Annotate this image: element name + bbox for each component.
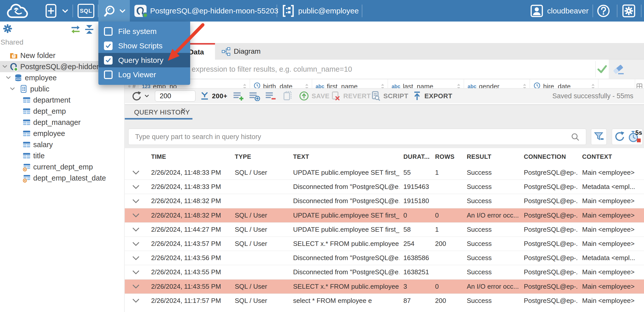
expand-chevron-icon[interactable] xyxy=(125,284,147,289)
tree-item-dept-manager[interactable]: dept_manager xyxy=(0,117,124,128)
filter-expression-input[interactable] xyxy=(125,60,609,79)
qh-header-type[interactable]: TYPE xyxy=(231,153,289,160)
query-history-filter-button[interactable] xyxy=(591,129,607,145)
tree-item-title[interactable]: title xyxy=(0,150,124,161)
sort-icon[interactable] xyxy=(242,83,247,88)
grid-column-last_name[interactable]: abclast_name xyxy=(388,79,464,88)
expand-chevron-icon[interactable] xyxy=(125,170,147,175)
qh-header-durat[interactable]: DURAT... xyxy=(399,153,431,160)
copy-result-button[interactable] xyxy=(282,88,293,104)
qh-header-text[interactable]: TEXT xyxy=(289,153,399,160)
grid-settings-icon[interactable] xyxy=(635,79,644,88)
close-icon[interactable]: ✕ xyxy=(181,106,186,114)
duplicate-row-button[interactable] xyxy=(249,88,260,104)
query-history-row[interactable]: 2/26/2024, 11:43:57 PMSQL / UserSELECT x… xyxy=(125,237,644,251)
menu-item-show-scripts[interactable]: Show Scripts xyxy=(98,38,190,53)
qh-header-context[interactable]: CONTEXT xyxy=(578,153,644,160)
script-button[interactable]: SCRIPT xyxy=(370,88,408,104)
grid-column-birth_date[interactable]: birth_date xyxy=(250,79,312,88)
chevron-down-icon[interactable] xyxy=(6,76,11,80)
query-history-search-input[interactable] xyxy=(129,129,566,145)
sql-editor-button[interactable]: SQL xyxy=(78,0,94,22)
qh-cell-time: 2/26/2024, 11:44:27 PM xyxy=(147,226,231,233)
query-history-refresh-button[interactable] xyxy=(614,130,625,143)
query-history-row[interactable]: 2/26/2024, 11:48:33 PMDisconnected from … xyxy=(125,180,644,194)
chevron-down-icon[interactable] xyxy=(10,87,15,91)
qh-header-connection[interactable]: CONNECTION xyxy=(520,153,578,160)
qh-header-rows[interactable]: ROWS xyxy=(431,153,463,160)
export-button[interactable]: EXPORT xyxy=(412,88,452,104)
user-menu-button[interactable]: cloudbeaver xyxy=(530,0,588,22)
expand-chevron-icon[interactable] xyxy=(125,242,147,246)
checkbox-icon[interactable] xyxy=(104,70,113,79)
row-limit-input[interactable] xyxy=(155,90,195,102)
tools-menu-button[interactable] xyxy=(98,0,130,22)
add-row-button[interactable] xyxy=(233,88,244,104)
tree-item-employee[interactable]: employee xyxy=(0,128,124,139)
menu-item-label: Log Viewer xyxy=(118,70,156,79)
expand-chevron-icon[interactable] xyxy=(125,256,147,260)
sync-connection-button[interactable] xyxy=(70,25,81,35)
qh-header-result[interactable]: RESULT xyxy=(463,153,520,160)
schema-selector[interactable]: public@employee xyxy=(282,0,359,22)
settings-button[interactable] xyxy=(622,0,636,22)
fetch-more-button[interactable]: 200+ xyxy=(200,88,227,104)
sort-icon[interactable] xyxy=(522,83,527,88)
query-history-row[interactable]: 2/26/2024, 11:44:27 PMSQL / UserUPDATE p… xyxy=(125,222,644,237)
delete-row-button[interactable] xyxy=(265,88,276,104)
query-history-row[interactable]: 2/26/2024, 11:48:32 PMDisconnected from … xyxy=(125,194,644,208)
expand-chevron-icon[interactable] xyxy=(125,298,147,303)
collapse-all-button[interactable] xyxy=(84,25,94,35)
expand-chevron-icon[interactable] xyxy=(125,185,147,189)
help-button[interactable] xyxy=(596,0,611,22)
grid-column-hire_date[interactable]: hire_date xyxy=(530,79,598,88)
sidebar-settings-button[interactable] xyxy=(3,24,13,35)
sort-icon[interactable] xyxy=(380,83,385,88)
query-history-row[interactable]: 2/26/2024, 11:48:32 PMSQL / UserUPDATE p… xyxy=(125,208,644,222)
sort-icon[interactable] xyxy=(591,83,596,88)
qh-header-time[interactable]: TIME xyxy=(147,153,231,160)
tree-item-dept-emp[interactable]: dept_emp xyxy=(0,106,124,117)
query-history-row[interactable]: 2/26/2024, 11:43:55 PMSQL / UserSELECT x… xyxy=(125,279,644,294)
tree-item-current-dept-emp[interactable]: current_dept_emp xyxy=(0,161,124,172)
checkbox-checked-icon[interactable] xyxy=(104,42,113,50)
query-history-row[interactable]: 2/26/2024, 11:43:56 PMDisconnected from … xyxy=(125,251,644,265)
save-button[interactable]: SAVE xyxy=(299,88,330,104)
expand-chevron-icon[interactable] xyxy=(125,270,147,275)
script-label: SCRIPT xyxy=(383,92,408,100)
query-history-row[interactable]: 2/26/2024, 11:43:55 PMDisconnected from … xyxy=(125,265,644,279)
apply-filter-button[interactable] xyxy=(595,61,609,77)
grid-column-first_name[interactable]: abcfirst_name xyxy=(312,79,388,88)
grid-column-label: birth_date xyxy=(263,83,293,88)
tab-diagram[interactable]: Diagram xyxy=(215,43,267,60)
chevron-down-icon[interactable] xyxy=(2,65,8,69)
menu-item-log-viewer[interactable]: Log Viewer xyxy=(98,67,190,82)
tree-item-department[interactable]: department xyxy=(0,94,124,106)
checkbox-checked-icon[interactable] xyxy=(104,56,113,65)
new-connection-button[interactable] xyxy=(44,0,68,22)
sort-icon[interactable] xyxy=(456,83,461,88)
tree-item-public[interactable]: public xyxy=(0,83,124,94)
clear-filter-button[interactable] xyxy=(612,63,625,76)
expand-chevron-icon[interactable] xyxy=(125,227,147,232)
query-history-row[interactable]: 2/26/2024, 11:17:57 PMSQL / Userselect *… xyxy=(125,294,644,308)
grid-column-gender[interactable]: abcgender xyxy=(464,79,530,88)
expand-chevron-icon[interactable] xyxy=(125,199,147,203)
grid-column-label: first_name xyxy=(327,83,357,88)
tree-item-label: New folder xyxy=(20,51,56,60)
checkbox-icon[interactable] xyxy=(104,27,113,36)
sort-icon[interactable] xyxy=(304,83,309,88)
menu-item-query-history[interactable]: Query history xyxy=(98,53,190,67)
folder-database-icon xyxy=(10,51,18,60)
query-history-row[interactable]: 2/26/2024, 11:48:33 PMSQL / UserUPDATE p… xyxy=(125,165,644,180)
tools-menu-dropdown: File systemShow ScriptsQuery historyLog … xyxy=(98,22,190,85)
auto-refresh-button[interactable]: 5s xyxy=(628,130,641,143)
expand-chevron-icon[interactable] xyxy=(125,213,147,218)
tab-query-history[interactable]: QUERY HISTORY ✕ xyxy=(125,105,192,120)
menu-item-file-system[interactable]: File system xyxy=(98,24,190,38)
revert-button[interactable]: REVERT xyxy=(330,88,371,104)
refresh-result-button[interactable] xyxy=(131,88,149,104)
tree-item-dept-emp-latest-date[interactable]: dept_emp_latest_date xyxy=(0,172,124,184)
tree-item-salary[interactable]: salary xyxy=(0,139,124,150)
connection-selector[interactable]: PostgreSQL@ep-hidden-moon-55203 xyxy=(134,0,278,22)
